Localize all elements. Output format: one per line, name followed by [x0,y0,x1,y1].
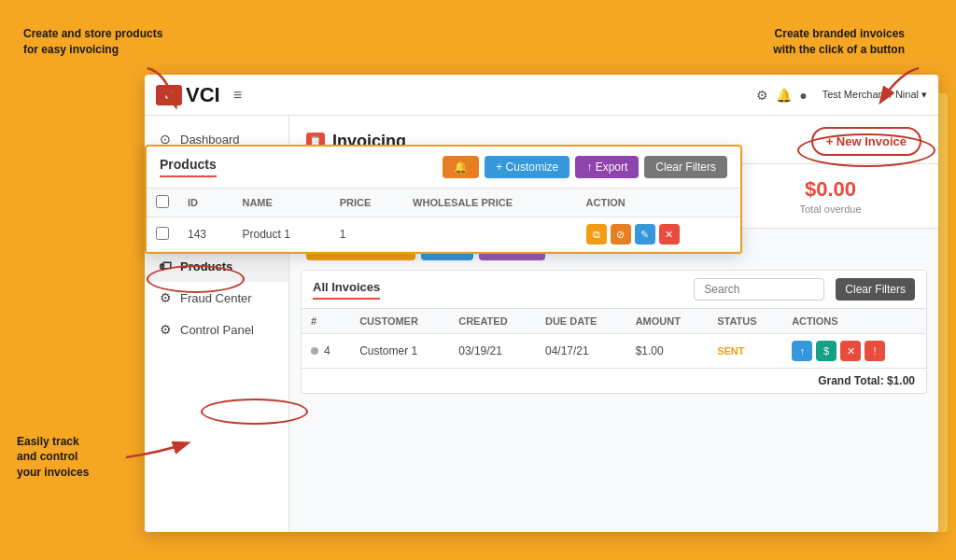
col-price: PRICE [330,189,403,217]
action-dollar-icon[interactable]: $ [816,341,836,361]
action-send-icon[interactable]: ↑ [792,341,812,361]
product-actions: ⧉ ⊘ ✎ ✕ [577,217,740,252]
products-export-button[interactable]: ↑ Export [575,156,639,178]
product-action-edit[interactable]: ✎ [635,224,655,245]
bell-icon[interactable]: 🔔 [776,88,792,103]
row-actions: ↑ $ ✕ ! [782,334,926,369]
invoices-section: All Invoices Clear Filters # CUSTOMER CR… [301,270,927,394]
annotation-bottom-left: Easily track and control your invoices [17,434,138,481]
all-invoices-tab[interactable]: All Invoices [313,280,380,300]
select-all-checkbox[interactable] [156,195,169,208]
sidebar-item-label: Control Panel [180,323,254,337]
product-checkbox[interactable] [156,227,169,240]
products-popup: Products 🔔 + Customize ↑ Export Clear Fi… [145,145,742,254]
products-popup-header: Products 🔔 + Customize ↑ Export Clear Fi… [147,147,740,189]
sidebar-item-control-panel[interactable]: ⚙ Control Panel [145,314,288,345]
col-due-date: DUE DATE [536,309,626,334]
invoices-toolbar: All Invoices Clear Filters [302,271,926,309]
products-clear-button[interactable]: Clear Filters [644,156,727,178]
settings-icon[interactable]: ⚙ [756,88,768,103]
row-customer: Customer 1 [350,334,449,369]
products-title[interactable]: Products [160,157,217,177]
grand-total: Grand Total: $1.00 [302,368,926,393]
product-name: Product 1 [232,217,330,252]
sidebar-item-label: Fraud Center [180,291,252,305]
action-more-icon[interactable]: ! [865,341,885,361]
control-icon: ⚙ [158,322,173,337]
product-action-block[interactable]: ⊘ [611,224,631,245]
col-amount: AMOUNT [626,309,709,334]
product-row: 143 Product 1 1 ⧉ ⊘ ✎ ✕ [147,217,740,252]
stat-amount-2: $0.00 [739,177,921,202]
invoices-table: # CUSTOMER CREATED DUE DATE AMOUNT STATU… [302,309,926,368]
clear-filters-button[interactable]: Clear Filters [836,278,915,301]
hamburger-icon[interactable]: ≡ [233,87,242,104]
sidebar-item-products[interactable]: 🏷 Products [145,250,288,282]
annotation-top-right: Create branded invoices with the click o… [755,26,905,58]
col-id: ID [178,189,232,217]
sidebar-item-label: Products [180,259,232,273]
col-created: CREATED [449,309,536,334]
products-icon: 🏷 [158,259,173,273]
arrow-tr [863,63,928,110]
product-price: 1 [330,217,403,252]
product-id: 143 [178,217,232,252]
new-invoice-button[interactable]: + New Invoice [811,127,921,156]
products-actions: 🔔 + Customize ↑ Export Clear Filters [443,156,727,178]
stat-card-2: $0.00 Total overdue [723,164,938,228]
col-status: STATUS [708,309,782,334]
row-num: 4 [302,334,350,369]
row-created: 03/19/21 [449,334,536,369]
stat-label-2: Total overdue [739,203,921,215]
table-row: 4 Customer 1 03/19/21 04/17/21 $1.00 SEN… [302,334,926,369]
user-icon[interactable]: ● [799,88,807,103]
col-customer: CUSTOMER [350,309,449,334]
row-amount: $1.00 [626,334,709,369]
products-customize-button[interactable]: + Customize [485,156,569,178]
top-nav: ✓ VCI ≡ ⚙ 🔔 ● Test Merchant / Ninal ▾ [145,75,938,116]
col-actions: ACTIONS [782,309,926,334]
col-name: NAME [232,189,330,217]
products-notify-button[interactable]: 🔔 [443,156,479,178]
product-action-copy[interactable]: ⧉ [586,224,607,245]
search-input[interactable] [694,278,824,301]
product-action-delete[interactable]: ✕ [659,224,680,245]
row-dot [311,347,318,355]
product-check [147,217,178,252]
action-delete-icon[interactable]: ✕ [840,341,861,361]
arrow-tl [138,63,194,119]
col-action: ACTION [577,189,740,217]
fraud-icon: ⚙ [158,290,173,305]
sidebar-item-fraud-center[interactable]: ⚙ Fraud Center [145,282,288,314]
arrow-bl [121,429,196,467]
col-wholesale: WHOLESALE PRICE [403,189,577,217]
col-num: # [302,309,350,334]
row-due-date: 04/17/21 [536,334,626,369]
app-window: ✓ VCI ≡ ⚙ 🔔 ● Test Merchant / Ninal ▾ ⊙ … [145,75,938,532]
annotation-top-left: Create and store products for easy invoi… [23,26,163,58]
row-status: SENT [708,334,782,369]
col-check [147,189,178,217]
products-table: ID NAME PRICE WHOLESALE PRICE ACTION 143… [147,189,740,252]
product-wholesale [403,217,577,252]
